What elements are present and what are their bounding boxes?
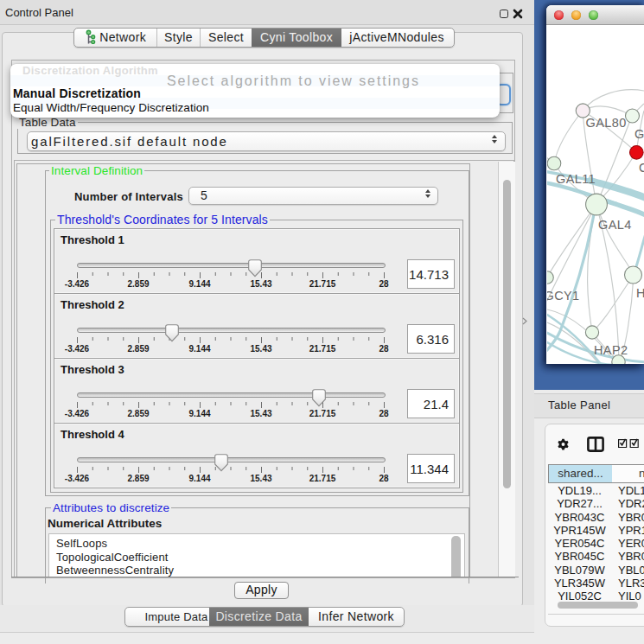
svg-text:H: H [636, 286, 644, 300]
svg-text:GAL11: GAL11 [556, 172, 596, 186]
svg-text:HAP2: HAP2 [594, 343, 628, 357]
svg-text:GAL4: GAL4 [598, 218, 632, 232]
svg-text:GCY1: GCY1 [547, 289, 580, 303]
svg-text:G..: G.. [634, 127, 644, 141]
svg-text:GAL80: GAL80 [586, 116, 627, 130]
svg-text:C: C [639, 161, 644, 175]
